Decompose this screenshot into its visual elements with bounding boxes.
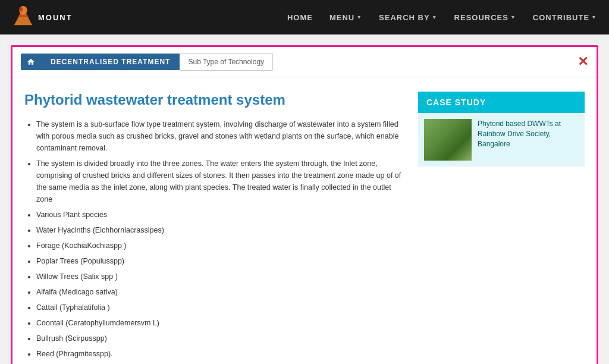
nav-contribute[interactable]: CONTRIBUTE▼ [533, 13, 597, 22]
bullet-0: The system is a sub-surface flow type tr… [36, 118, 406, 154]
home-icon [27, 58, 35, 66]
content-bullets: The system is a sub-surface flow type tr… [24, 118, 406, 364]
logo-icon [12, 6, 34, 29]
bullet-9: Coontail (Ceratophyllumdemersvm L) [36, 317, 406, 329]
logo-text: MOUNT [38, 13, 73, 22]
main-container: DECENTRALISED TREATMENT Sub Type of Tech… [11, 45, 598, 364]
breadcrumb-home-button[interactable] [21, 54, 41, 70]
case-study-image [424, 119, 472, 161]
nav-resources[interactable]: RESOURCES▼ [454, 13, 516, 22]
breadcrumb-subtype-button[interactable]: Sub Type of Technology [180, 53, 273, 71]
svg-point-3 [19, 7, 23, 12]
content-area: Phytorid wastewater treatment system The… [12, 77, 597, 364]
left-content: Phytorid wastewater treatment system The… [24, 92, 406, 364]
breadcrumb-decentralised-button[interactable]: DECENTRALISED TREATMENT [41, 54, 180, 70]
bullet-5: Poplar Trees (Populusspp) [36, 255, 406, 267]
bullet-1: The system is divided broadly into the t… [36, 158, 406, 205]
page-title: Phytorid wastewater treatment system [24, 92, 406, 109]
case-study-body: Phytorid based DWWTs at Rainbow Drive So… [418, 113, 585, 167]
bullet-2: Various Plant species [36, 209, 406, 221]
nav-links: HOME MENU▼ SEARCH BY▼ RESOURCES▼ CONTRIB… [287, 13, 597, 22]
navigation: MOUNT HOME MENU▼ SEARCH BY▼ RESOURCES▼ C… [0, 0, 609, 34]
case-study-text[interactable]: Phytorid based DWWTs at Rainbow Drive So… [478, 119, 579, 149]
bullet-6: Willow Trees (Salix spp ) [36, 271, 406, 283]
right-panel: CASE STUDY Phytorid based DWWTs at Rainb… [418, 92, 585, 364]
bullet-10: Bullrush (Scirpusspp) [36, 332, 406, 344]
bullet-3: Water Hyacinths (Eichhorniacrassipes) [36, 224, 406, 236]
bullet-11: Reed (Phragmitesspp). [36, 348, 406, 360]
bullet-4: Forage (KochiaKochiaspp ) [36, 240, 406, 252]
page-wrapper: DECENTRALISED TREATMENT Sub Type of Tech… [0, 34, 609, 364]
breadcrumb: DECENTRALISED TREATMENT Sub Type of Tech… [12, 47, 597, 77]
nav-menu[interactable]: MENU▼ [329, 13, 362, 22]
bullet-7: Alfalfa (Medicago sativa) [36, 286, 406, 298]
close-button[interactable]: ✕ [577, 55, 588, 68]
nav-home[interactable]: HOME [287, 13, 313, 22]
bullet-8: Cattail (Typhalatifolia ) [36, 302, 406, 313]
logo[interactable]: MOUNT [12, 6, 73, 29]
case-study-header: CASE STUDY [418, 92, 585, 113]
nav-search-by[interactable]: SEARCH BY▼ [379, 13, 438, 22]
case-study-image-inner [424, 119, 472, 161]
